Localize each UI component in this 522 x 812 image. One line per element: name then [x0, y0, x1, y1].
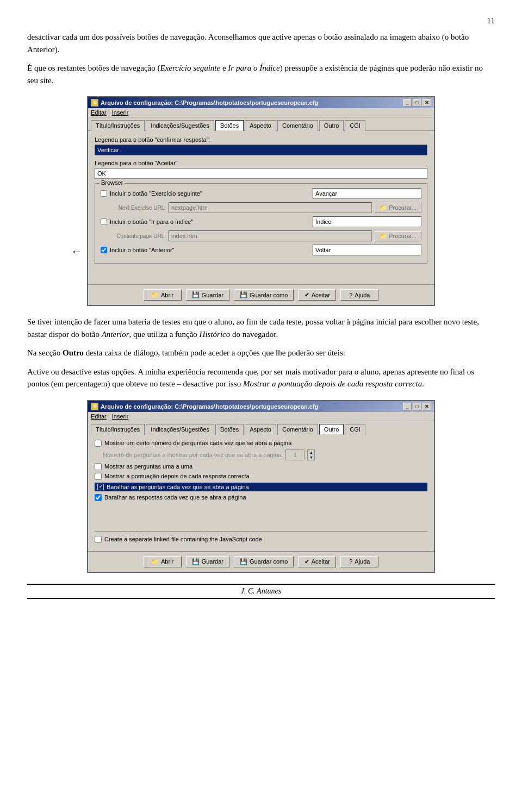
btn1-guardar-como[interactable]: 💾 Guardar como	[234, 289, 294, 301]
intro-para1: desactivar cada um dos possíveis botões …	[27, 31, 495, 55]
dialog2-check3[interactable]	[95, 473, 102, 480]
check2-checkbox[interactable]	[101, 218, 107, 225]
dialog2-check1-label: Mostrar um certo número de perguntas cad…	[104, 440, 291, 446]
check3-row: Incluir o botão "Anterior"	[101, 245, 421, 255]
dialog2-menu-editar[interactable]: Editar	[91, 413, 107, 420]
dialog2-title: Arquivo de configuração: C:\Programas\ho…	[101, 403, 318, 410]
dialog1-close-btn[interactable]: ✕	[422, 99, 431, 107]
dialog2-close-btn[interactable]: ✕	[422, 403, 431, 410]
input-aceitar[interactable]	[95, 168, 427, 179]
browse1-btn[interactable]: 📁 Procurar...	[375, 203, 421, 213]
spinner-up[interactable]: ▲	[308, 450, 314, 455]
dialog2-spinner[interactable]	[285, 449, 304, 460]
save-icon-guardar: 💾	[192, 291, 200, 298]
dialog2-tabs: Título/Instruções Indicações/Sugestões B…	[88, 421, 434, 434]
dialog1-titlebar: ⚙ Arquivo de configuração: C:\Programas\…	[88, 97, 434, 108]
btn2-abrir[interactable]: 📁 Abrir	[144, 556, 182, 567]
check2-row: Incluir o botão "Ir para o índice"	[101, 216, 421, 227]
tab2-indicacoes[interactable]: Indicações/Sugestões	[146, 424, 214, 435]
dialog1-titlebar-controls: _ □ ✕	[403, 99, 431, 107]
tab-comentario[interactable]: Comentário	[277, 120, 318, 131]
url1-input[interactable]	[169, 202, 372, 213]
dialog2-check4-label: Baralhar as perguntas cada vez que se ab…	[107, 484, 249, 490]
tab2-outro[interactable]: Outro	[319, 424, 344, 435]
dialog1-minimize-btn[interactable]: _	[403, 99, 412, 107]
arrow-indicator: ←	[71, 245, 83, 259]
dialog2-check1-row: Mostrar um certo número de perguntas cad…	[95, 440, 427, 447]
input-check1[interactable]	[313, 188, 421, 199]
tab-outro[interactable]: Outro	[319, 120, 344, 131]
label-confirmar: Legenda para o botão "confirmar resposta…	[95, 136, 427, 143]
dialog2-check6[interactable]	[95, 536, 102, 543]
dialog2-check2[interactable]	[95, 463, 102, 470]
tab-titulo[interactable]: Título/Instruções	[91, 120, 145, 131]
page-footer: J. C. Antunes	[27, 584, 495, 599]
dialog1-menu-editar[interactable]: Editar	[91, 109, 107, 116]
dialog2-titlebar: ⚙ Arquivo de configuração: C:\Programas\…	[88, 401, 434, 412]
btn2-guardar[interactable]: 💾 Guardar	[186, 556, 229, 567]
dialog2-check6-label: Create a separate linked file containing…	[104, 536, 262, 542]
check-icon-aceitar: ✔	[304, 291, 309, 298]
tab-indicacoes[interactable]: Indicações/Sugestões	[146, 120, 214, 131]
dialog2-divider	[95, 531, 427, 532]
spinner-arrows: ▲ ▼	[307, 449, 315, 460]
dialog2-menubar: Editar Inserir	[88, 412, 434, 421]
dialog2-check5-row: Baralhar as respostas cada vez que se ab…	[95, 494, 427, 501]
dialog2-check1[interactable]	[95, 440, 102, 447]
dialog2-check3-label: Mostrar a pontuação depois de cada respo…	[104, 473, 250, 479]
browser-group-title: Browser	[100, 179, 125, 186]
tab2-botoes[interactable]: Botões	[215, 424, 244, 435]
spacer1	[95, 268, 427, 279]
tab2-titulo[interactable]: Título/Instruções	[91, 424, 145, 435]
dialog2-minimize-btn[interactable]: _	[403, 403, 412, 410]
spinner-down[interactable]: ▼	[308, 455, 314, 460]
dialog2-check4-icon: ✔	[97, 484, 104, 490]
tab2-cgi[interactable]: CGI	[345, 424, 365, 435]
save2-icon: 💾	[192, 558, 200, 565]
btn2-aceitar[interactable]: ✔ Aceitar	[298, 556, 336, 567]
dialog2-check3-row: Mostrar a pontuação depois de cada respo…	[95, 473, 427, 480]
dialog1-maximize-btn[interactable]: □	[413, 99, 421, 107]
check3-label: Incluir o botão "Anterior"	[110, 247, 174, 253]
btn2-ajuda[interactable]: ? Ajuda	[340, 556, 378, 567]
btn1-ajuda[interactable]: ? Ajuda	[340, 289, 378, 301]
dialog1-menu-inserir[interactable]: Inserir	[112, 109, 129, 116]
tab-aspecto[interactable]: Aspecto	[245, 120, 276, 131]
middle-para1: Se tiver intenção de fazer uma bateria d…	[27, 316, 495, 340]
browser-group: Browser Incluir o botão "Exercício segui…	[95, 183, 427, 264]
input-confirmar[interactable]	[95, 145, 427, 155]
tab2-aspecto[interactable]: Aspecto	[245, 424, 276, 435]
check1-checkbox[interactable]	[101, 190, 107, 197]
dialog1-content: Legenda para o botão "confirmar resposta…	[88, 130, 434, 284]
footer-author: J. C. Antunes	[241, 587, 281, 596]
dialog2-spacer	[95, 504, 427, 531]
check3-checkbox[interactable]	[101, 247, 107, 253]
dialog2-maximize-btn[interactable]: □	[413, 403, 421, 410]
url1-label: Next Exercise URL:	[111, 205, 166, 211]
dialog2-menu-inserir[interactable]: Inserir	[112, 413, 129, 420]
browse2-btn[interactable]: 📁 Procurar...	[375, 231, 421, 241]
help2-icon: ?	[349, 558, 352, 565]
url2-row: Contents page URL: 📁 Procurar...	[111, 230, 421, 241]
dialog2-content: Mostrar um certo número de perguntas cad…	[88, 434, 434, 551]
tab-botoes[interactable]: Botões	[215, 120, 244, 131]
check3-container: ← Incluir o botão "Anterior"	[101, 245, 421, 259]
btn2-guardar-como[interactable]: 💾 Guardar como	[234, 556, 294, 567]
url2-input[interactable]	[169, 230, 372, 241]
dialog2-check2-row: Mostrar as perguntas uma a uma	[95, 463, 427, 470]
btn1-guardar[interactable]: 💾 Guardar	[186, 289, 229, 301]
tab-cgi[interactable]: CGI	[345, 120, 365, 131]
browse1-folder-icon: 📁	[380, 204, 387, 211]
check2-icon: ✔	[304, 558, 309, 565]
btn1-aceitar[interactable]: ✔ Aceitar	[298, 289, 336, 301]
dialog2-check5[interactable]	[95, 494, 102, 501]
dialog1-menubar: Editar Inserir	[88, 108, 434, 117]
input-check3[interactable]	[313, 245, 421, 255]
dialog2-check4-row: ✔ Baralhar as perguntas cada vez que se …	[95, 483, 427, 491]
btn1-abrir[interactable]: 📁 Abrir	[144, 289, 182, 301]
page-number: 11	[27, 16, 495, 26]
dialog2-check5-label: Baralhar as respostas cada vez que se ab…	[104, 494, 246, 501]
input-check2[interactable]	[313, 216, 421, 227]
tab2-comentario[interactable]: Comentário	[277, 424, 318, 435]
dialog2-window: ⚙ Arquivo de configuração: C:\Programas\…	[87, 400, 435, 573]
